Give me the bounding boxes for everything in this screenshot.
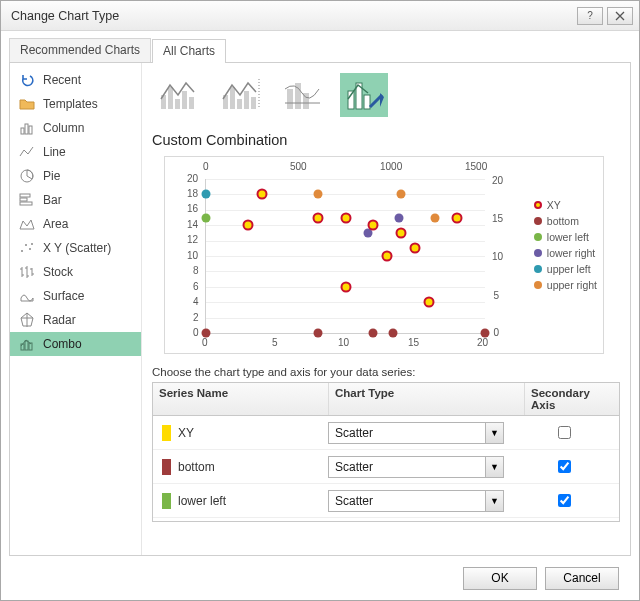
svg-rect-21 — [237, 99, 242, 109]
svg-point-9 — [29, 248, 31, 250]
chart-type-dropdown[interactable]: Scatter▼ — [328, 422, 504, 444]
chevron-down-icon: ▼ — [485, 423, 503, 443]
svg-rect-4 — [20, 194, 30, 197]
sec-x-tick: 1500 — [465, 161, 487, 172]
cancel-button[interactable]: Cancel — [545, 567, 619, 590]
chart-preview: 0 500 1000 1500 20 15 10 5 0 — [164, 156, 604, 354]
combo-subtype-1[interactable] — [154, 73, 202, 117]
svg-rect-6 — [20, 202, 32, 205]
series-name-label: bottom — [178, 460, 328, 474]
area-chart-icon — [19, 216, 35, 232]
chevron-down-icon: ▼ — [485, 457, 503, 477]
sidebar-item-column[interactable]: Column — [10, 116, 141, 140]
series-color-swatch — [162, 425, 171, 441]
help-button[interactable]: ? — [577, 7, 603, 25]
svg-rect-20 — [230, 87, 235, 109]
svg-rect-16 — [175, 99, 180, 109]
sidebar-item-surface[interactable]: Surface — [10, 284, 141, 308]
surface-chart-icon — [19, 288, 35, 304]
bar-chart-icon — [19, 192, 35, 208]
series-row: lower left Scatter▼ — [153, 484, 619, 518]
chart-legend: XY bottom lower left lower right upper l… — [534, 195, 597, 295]
svg-rect-23 — [251, 97, 256, 109]
chart-type-dropdown[interactable]: Scatter▼ — [328, 456, 504, 478]
chart-type-dropdown[interactable]: Scatter▼ — [328, 490, 504, 512]
series-row: XY Scatter▼ — [153, 416, 619, 450]
chart-category-sidebar: Recent Templates Column Line Pie Bar Are… — [10, 63, 142, 555]
stock-chart-icon — [19, 264, 35, 280]
sec-y-tick: 5 — [493, 290, 499, 301]
series-color-swatch — [162, 459, 171, 475]
ok-button[interactable]: OK — [463, 567, 537, 590]
pie-chart-icon — [19, 168, 35, 184]
plot-area — [205, 179, 485, 334]
secondary-axis-checkbox[interactable] — [558, 494, 571, 507]
sidebar-item-stock[interactable]: Stock — [10, 260, 141, 284]
line-chart-icon — [19, 144, 35, 160]
sec-x-tick: 1000 — [380, 161, 402, 172]
change-chart-type-dialog: Change Chart Type ? Recommended Charts A… — [0, 0, 640, 601]
sidebar-item-line[interactable]: Line — [10, 140, 141, 164]
series-row — [153, 518, 619, 521]
dialog-footer: OK Cancel — [9, 556, 631, 600]
tab-all-charts[interactable]: All Charts — [152, 39, 226, 63]
series-color-swatch — [162, 493, 171, 509]
svg-point-7 — [21, 250, 23, 252]
folder-icon — [19, 96, 35, 112]
svg-rect-12 — [25, 341, 28, 350]
chevron-down-icon: ▼ — [485, 491, 503, 511]
close-button[interactable] — [607, 7, 633, 25]
svg-rect-0 — [21, 128, 24, 134]
svg-rect-18 — [189, 97, 194, 109]
column-chart-icon — [19, 120, 35, 136]
secondary-axis-checkbox[interactable] — [558, 460, 571, 473]
series-table: Series Name Chart Type Secondary Axis XY… — [152, 382, 620, 522]
svg-rect-22 — [244, 91, 249, 109]
radar-chart-icon — [19, 312, 35, 328]
combo-subtype-3[interactable] — [278, 73, 326, 117]
svg-point-8 — [25, 244, 27, 246]
undo-icon — [19, 72, 35, 88]
sidebar-item-combo[interactable]: Combo — [10, 332, 141, 356]
series-body[interactable]: XY Scatter▼ bottom Scatter▼ lowe — [153, 416, 619, 521]
sidebar-item-scatter[interactable]: X Y (Scatter) — [10, 236, 141, 260]
tab-strip: Recommended Charts All Charts — [9, 37, 631, 63]
sec-x-tick: 0 — [203, 161, 209, 172]
combo-subtype-row — [152, 69, 620, 127]
scatter-chart-icon — [19, 240, 35, 256]
series-name-label: lower left — [178, 494, 328, 508]
secondary-axis-checkbox[interactable] — [558, 426, 571, 439]
header-chart-type: Chart Type — [329, 383, 525, 415]
dialog-title: Change Chart Type — [11, 9, 119, 23]
combo-chart-icon — [19, 336, 35, 352]
series-row: bottom Scatter▼ — [153, 450, 619, 484]
sidebar-item-radar[interactable]: Radar — [10, 308, 141, 332]
sec-y-tick: 15 — [492, 213, 503, 224]
tab-recommended-charts[interactable]: Recommended Charts — [9, 38, 151, 62]
sidebar-item-pie[interactable]: Pie — [10, 164, 141, 188]
svg-rect-17 — [182, 91, 187, 109]
svg-rect-30 — [364, 95, 370, 109]
svg-rect-25 — [287, 89, 293, 109]
sidebar-item-templates[interactable]: Templates — [10, 92, 141, 116]
instruction-text: Choose the chart type and axis for your … — [152, 366, 620, 378]
header-secondary-axis: Secondary Axis — [525, 383, 611, 415]
title-bar: Change Chart Type ? — [1, 1, 639, 31]
sec-x-tick: 500 — [290, 161, 307, 172]
header-series-name: Series Name — [153, 383, 329, 415]
series-name-label: XY — [178, 426, 328, 440]
svg-rect-1 — [25, 124, 28, 134]
svg-point-10 — [31, 243, 33, 245]
sidebar-item-bar[interactable]: Bar — [10, 188, 141, 212]
sec-y-tick: 20 — [492, 175, 503, 186]
section-title: Custom Combination — [152, 127, 620, 156]
combo-subtype-custom[interactable] — [340, 73, 388, 117]
sec-y-tick: 0 — [493, 327, 499, 338]
sidebar-item-recent[interactable]: Recent — [10, 68, 141, 92]
sec-y-tick: 10 — [492, 251, 503, 262]
svg-rect-15 — [168, 87, 173, 109]
sidebar-item-area[interactable]: Area — [10, 212, 141, 236]
combo-subtype-2[interactable] — [216, 73, 264, 117]
svg-rect-2 — [29, 126, 32, 134]
svg-rect-5 — [20, 198, 27, 201]
